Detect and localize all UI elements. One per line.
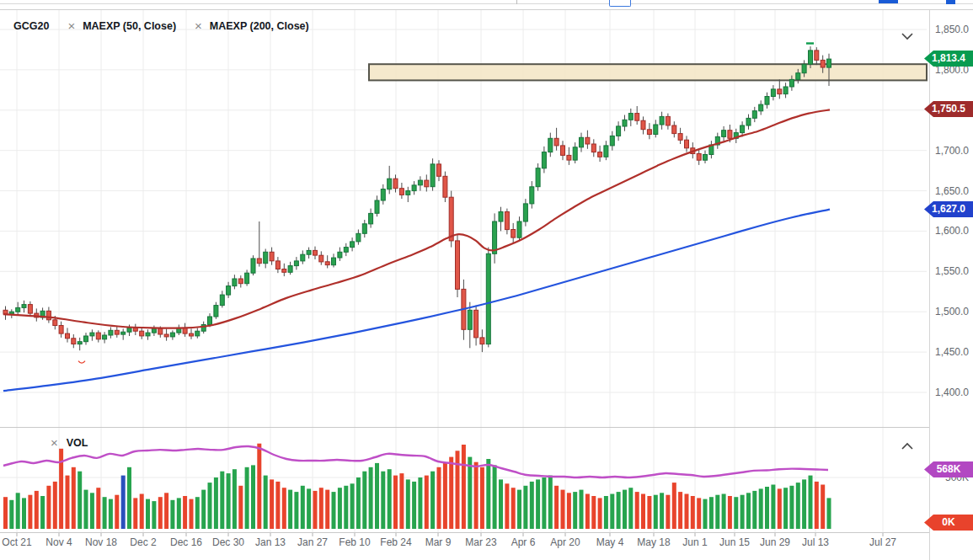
indicator-ma50-label[interactable]: MAEXP (50, Close): [83, 20, 176, 32]
volume-bar: [177, 498, 181, 529]
volume-bar: [752, 491, 756, 529]
candle-body: [238, 279, 243, 284]
volume-bar: [362, 472, 366, 529]
date-axis-label: Nov 4: [45, 536, 72, 548]
indicator-ma200-label[interactable]: MAEXP (200, Close): [210, 20, 309, 32]
candle-body: [672, 125, 676, 134]
chart-plot-area[interactable]: [0, 0, 929, 560]
candle-body: [765, 97, 769, 105]
volume-bar: [610, 494, 614, 530]
candle-body: [393, 179, 398, 189]
candle-body: [443, 176, 447, 197]
candle-body: [313, 250, 318, 255]
date-axis-label: Jan 13: [255, 536, 286, 548]
ma50-value-tag: 1,750.5: [924, 101, 973, 117]
volume-bar: [548, 476, 553, 529]
candle-body: [796, 73, 800, 80]
remove-volume-icon[interactable]: ×: [51, 438, 58, 448]
date-axis-label: May 4: [596, 536, 624, 548]
candle-body: [294, 261, 298, 266]
volume-bar: [170, 500, 174, 529]
volume-bar: [195, 497, 200, 529]
candle-body: [338, 252, 342, 258]
volume-bar: [617, 492, 621, 529]
candle-body: [437, 164, 441, 176]
date-axis-label: Feb 10: [339, 536, 370, 548]
candle-body: [103, 335, 107, 339]
volume-bar: [468, 457, 472, 529]
volume-bar: [9, 500, 13, 529]
volume-bar: [270, 479, 274, 529]
candle-body: [164, 334, 168, 337]
candle-body: [456, 241, 460, 290]
candle-body: [412, 185, 416, 191]
date-axis-label: Jun 15: [719, 536, 750, 548]
candle-body: [641, 120, 645, 130]
candle-body: [430, 164, 435, 187]
candle-body: [827, 59, 831, 67]
volume-bar: [146, 499, 150, 529]
candle-body: [591, 144, 596, 152]
volume-bar: [369, 467, 373, 529]
volume-bar: [783, 488, 788, 529]
volume-bar: [3, 497, 8, 529]
candle-body: [815, 51, 819, 61]
remove-ma200-icon[interactable]: ×: [195, 21, 202, 31]
volume-bar: [227, 473, 231, 529]
candle-body: [319, 255, 323, 262]
date-axis-label: Apr 20: [550, 536, 580, 548]
candle-body: [517, 221, 521, 237]
candle-body: [585, 137, 590, 144]
volume-bar: [740, 495, 745, 529]
candle-body: [722, 131, 726, 137]
candle-body: [580, 137, 584, 147]
price-axis-label: 1,650.0: [935, 185, 969, 197]
candle-body: [381, 189, 385, 200]
volume-bar: [604, 496, 608, 529]
candle-body: [158, 328, 163, 334]
candle-body: [561, 146, 565, 156]
price-axis[interactable]: 1,850.01,800.01,750.01,700.01,650.01,600…: [929, 10, 973, 560]
volume-bar: [430, 472, 435, 529]
candle-body: [344, 248, 348, 253]
volume-bar: [765, 487, 769, 529]
volume-bar: [623, 490, 627, 529]
candle-body: [759, 104, 763, 111]
candle-body: [90, 333, 94, 336]
volume-bar: [90, 493, 94, 529]
candle-body: [208, 317, 212, 325]
candle-body: [654, 125, 658, 135]
volume-bar: [190, 499, 194, 529]
volume-bar: [275, 482, 280, 529]
remove-ma50-icon[interactable]: ×: [67, 21, 75, 31]
candle-body: [115, 330, 119, 334]
candle-body: [362, 224, 366, 234]
price-band-drawing[interactable]: [369, 64, 927, 80]
candle-body: [127, 328, 131, 332]
volume-bar: [456, 451, 460, 529]
candle-body: [78, 342, 82, 344]
candle-body: [480, 338, 484, 344]
candle-body: [275, 261, 280, 269]
date-axis-label: Jun 1: [682, 536, 707, 548]
volume-bar: [66, 476, 70, 529]
volume-bar: [591, 496, 596, 529]
volume-ma-value-tag: 568K: [924, 461, 973, 477]
candle-body: [468, 310, 472, 329]
candle-body: [821, 60, 825, 67]
volume-bar: [641, 494, 645, 530]
candle-body: [425, 180, 429, 187]
volume-bar: [28, 495, 32, 529]
volume-bar: [771, 485, 775, 530]
price-axis-label: 1,500.0: [935, 306, 969, 317]
collapse-price-pane-button[interactable]: [901, 29, 914, 37]
expand-volume-pane-button[interactable]: [901, 439, 914, 447]
candle-body: [307, 250, 311, 254]
candle-body: [66, 333, 70, 339]
volume-bar: [530, 482, 534, 529]
volume-bar: [40, 496, 45, 529]
last-price-tag: 1,813.4: [924, 51, 973, 67]
candle-body: [369, 213, 373, 224]
volume-bar: [158, 497, 163, 529]
volume-bar: [523, 486, 527, 529]
